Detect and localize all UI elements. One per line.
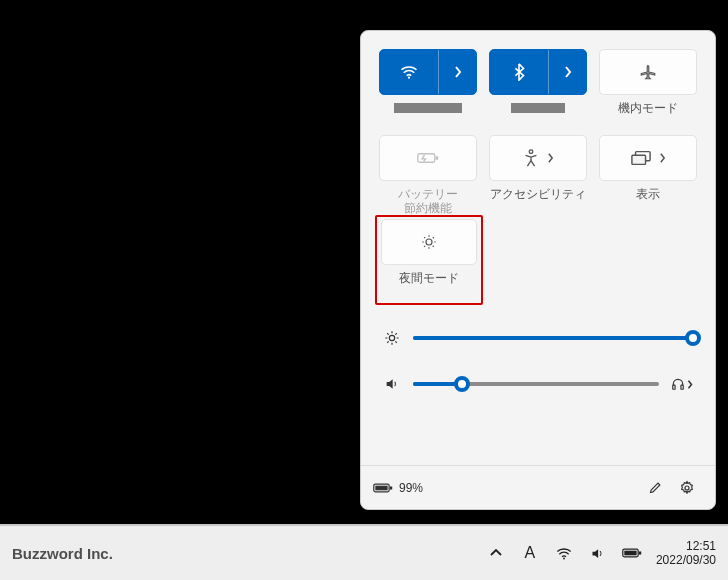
taskbar: Buzzword Inc. A 12:51 2022/09/30 xyxy=(0,524,728,580)
airplane-icon xyxy=(639,63,657,81)
quick-settings-panel: 機内モード バッテリー 節約機能 アクセシビリティ 表示 xyxy=(360,30,716,510)
brightness-slider[interactable] xyxy=(413,329,693,347)
headphones-icon xyxy=(671,377,685,391)
accessibility-label: アクセシビリティ xyxy=(489,187,587,217)
battery-status[interactable]: 99% xyxy=(373,481,423,495)
night-light-icon xyxy=(420,233,438,251)
bluetooth-icon xyxy=(513,63,525,81)
svg-rect-1 xyxy=(418,154,435,162)
battery-icon xyxy=(373,482,393,494)
battery-saver-tile[interactable] xyxy=(379,135,477,181)
svg-rect-8 xyxy=(673,385,675,389)
clock-date: 2022/09/30 xyxy=(656,553,716,567)
svg-rect-9 xyxy=(681,385,683,389)
svg-rect-17 xyxy=(639,551,641,554)
volume-icon xyxy=(590,546,605,561)
svg-point-14 xyxy=(563,557,565,559)
project-label: 表示 xyxy=(599,187,697,217)
bluetooth-tile[interactable] xyxy=(489,49,587,95)
wifi-label-redacted xyxy=(394,103,463,113)
project-tile[interactable] xyxy=(599,135,697,181)
wifi-icon xyxy=(556,547,572,560)
chevron-right-icon xyxy=(659,153,666,163)
svg-point-7 xyxy=(389,335,394,340)
bluetooth-toggle[interactable] xyxy=(490,50,548,94)
airplane-label: 機内モード xyxy=(599,101,697,131)
svg-rect-12 xyxy=(390,486,392,489)
night-light-label: 夜間モード xyxy=(379,271,479,301)
ime-indicator[interactable]: A xyxy=(520,543,540,563)
audio-output-button[interactable] xyxy=(671,377,693,391)
chevron-right-icon xyxy=(547,153,554,163)
pencil-icon xyxy=(648,480,663,495)
battery-saver-icon xyxy=(417,151,439,165)
settings-button[interactable] xyxy=(671,472,703,504)
chevron-right-icon xyxy=(454,66,462,78)
wifi-expand[interactable] xyxy=(438,50,476,94)
brightness-slider-row xyxy=(383,329,693,347)
project-icon xyxy=(631,150,651,166)
tray-volume[interactable] xyxy=(588,543,608,563)
volume-slider-row xyxy=(383,375,693,393)
svg-rect-11 xyxy=(375,485,387,490)
svg-point-6 xyxy=(426,239,432,245)
wifi-toggle[interactable] xyxy=(380,50,438,94)
volume-icon xyxy=(383,376,401,392)
svg-point-0 xyxy=(408,77,410,79)
svg-point-3 xyxy=(529,150,533,154)
annotation-highlight: 夜間モード xyxy=(375,215,483,305)
chevron-right-icon xyxy=(564,66,572,78)
accessibility-icon xyxy=(523,149,539,167)
battery-text: 99% xyxy=(399,481,423,495)
tray-overflow[interactable] xyxy=(486,543,506,563)
svg-rect-5 xyxy=(631,155,645,164)
night-light-tile[interactable] xyxy=(381,219,477,265)
svg-rect-16 xyxy=(624,551,636,556)
brand-text: Buzzword Inc. xyxy=(12,545,113,562)
svg-rect-2 xyxy=(436,156,439,159)
wifi-tile[interactable] xyxy=(379,49,477,95)
svg-point-13 xyxy=(685,486,689,490)
brightness-icon xyxy=(383,330,401,346)
clock[interactable]: 12:51 2022/09/30 xyxy=(656,539,716,567)
tray-wifi[interactable] xyxy=(554,543,574,563)
battery-saver-label: バッテリー 節約機能 xyxy=(379,187,477,217)
airplane-tile[interactable] xyxy=(599,49,697,95)
battery-icon xyxy=(622,547,642,559)
bluetooth-expand[interactable] xyxy=(548,50,586,94)
chevron-up-icon xyxy=(490,549,502,557)
bluetooth-label-redacted xyxy=(511,103,565,113)
gear-icon xyxy=(679,480,695,496)
accessibility-tile[interactable] xyxy=(489,135,587,181)
wifi-icon xyxy=(400,65,418,79)
tray-battery[interactable] xyxy=(622,543,642,563)
volume-slider[interactable] xyxy=(413,375,659,393)
chevron-right-icon xyxy=(687,380,693,389)
edit-button[interactable] xyxy=(639,472,671,504)
clock-time: 12:51 xyxy=(656,539,716,553)
